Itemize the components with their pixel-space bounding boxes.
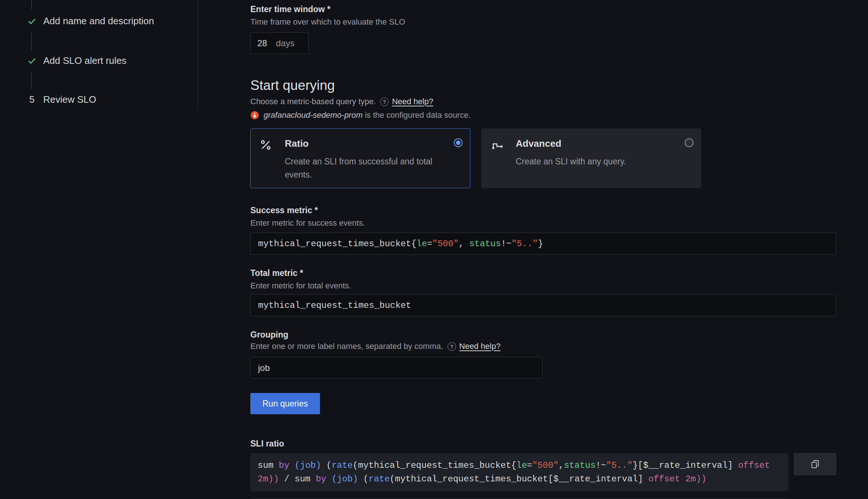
stepper-connector (31, 73, 32, 89)
question-circle-icon: ? (380, 98, 389, 106)
stepper-connector (31, 0, 32, 9)
step-number: 5 (27, 94, 37, 105)
success-metric-label: Success metric * (250, 205, 318, 215)
stepper-divider (198, 0, 198, 111)
slo-wizard-page: Add name and description Add SLO alert r… (0, 0, 868, 499)
run-queries-button[interactable]: Run queries (250, 393, 320, 414)
copy-button[interactable] (794, 453, 836, 475)
sli-ratio-expression: sum by (job) (rate(mythical_request_time… (250, 453, 788, 491)
card-title: Ratio (285, 138, 457, 149)
need-help-link-label[interactable]: Need help? (392, 97, 433, 106)
radio-selected-icon[interactable] (454, 138, 463, 147)
total-metric-value: mythical_request_times_bucket (258, 301, 411, 310)
query-type-subtitle: Choose a metric-based query type. (250, 97, 376, 106)
copy-icon (810, 459, 820, 469)
radio-unselected-icon[interactable] (685, 138, 694, 147)
query-type-cards: Ratio Create an SLI from successful and … (250, 128, 701, 188)
card-description: Create an SLI with any query. (516, 155, 626, 168)
query-type-subtitle-row: Choose a metric-based query type. ? Need… (250, 97, 433, 106)
stepper-item-alert-rules[interactable]: Add SLO alert rules (27, 55, 126, 66)
sli-ratio-label: SLI ratio (250, 439, 284, 449)
total-metric-input[interactable]: mythical_request_times_bucket (250, 294, 836, 316)
need-help-link-label[interactable]: Need help? (459, 342, 501, 351)
card-description: Create an SLI from successful and total … (285, 155, 457, 181)
grouping-description: Enter one or more label names, separated… (250, 342, 443, 351)
steps-icon (490, 138, 516, 168)
stepper-item-label: Review SLO (43, 94, 96, 105)
sli-ratio-line: sum by (job) (rate(mythical_request_time… (258, 459, 781, 472)
grouping-need-help-link[interactable]: ? Need help? (448, 342, 501, 351)
query-type-card-advanced[interactable]: Advanced Create an SLI with any query. (481, 128, 701, 188)
time-window-unit: days (276, 38, 295, 48)
grouping-label: Grouping (250, 330, 288, 340)
start-querying-title: Start querying (250, 78, 335, 93)
total-metric-description: Enter metric for total events. (250, 281, 351, 291)
card-title: Advanced (516, 138, 626, 149)
datasource-suffix: is the configured data source. (363, 110, 471, 120)
section-divider (250, 498, 788, 498)
need-help-link[interactable]: ? Need help? (380, 97, 433, 106)
grouping-value: job (258, 363, 270, 373)
check-icon (27, 17, 37, 26)
grouping-description-row: Enter one or more label names, separated… (250, 342, 500, 351)
time-window-description: Time frame over which to evaluate the SL… (250, 17, 405, 27)
check-icon (27, 56, 37, 66)
query-type-card-ratio[interactable]: Ratio Create an SLI from successful and … (250, 128, 470, 188)
success-metric-description: Enter metric for success events. (250, 218, 365, 228)
success-metric-input[interactable]: mythical_request_times_bucket{le="500", … (250, 233, 836, 255)
datasource-name: grafanacloud-sedemo-prom (264, 110, 363, 120)
question-circle-icon: ? (448, 342, 456, 351)
stepper-connector (31, 33, 32, 50)
stepper-item-review-slo[interactable]: 5 Review SLO (27, 94, 96, 105)
stepper-item-label: Add name and description (43, 15, 154, 27)
time-window-value[interactable]: 28 (257, 38, 267, 48)
time-window-input[interactable]: 28 days (250, 32, 309, 54)
time-window-label: Enter time window * (250, 4, 331, 14)
total-metric-label: Total metric * (250, 268, 303, 278)
prometheus-icon (250, 111, 259, 120)
grouping-input[interactable]: job (250, 357, 542, 379)
datasource-row: grafanacloud-sedemo-prom is the configur… (250, 110, 471, 120)
stepper-item-name-description[interactable]: Add name and description (27, 15, 154, 27)
stepper-item-label: Add SLO alert rules (43, 55, 126, 66)
sli-ratio-line: 2m)) / sum by (job) (rate(mythical_reque… (258, 472, 781, 486)
percent-icon (260, 138, 285, 181)
